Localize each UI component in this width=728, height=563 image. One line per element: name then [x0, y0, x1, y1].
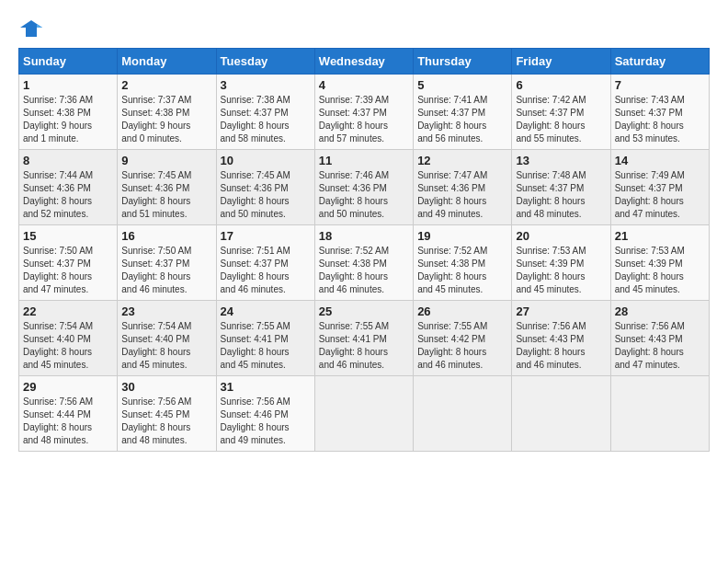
day-number: 25 [319, 304, 409, 318]
page-header [18, 18, 710, 39]
day-info: Sunrise: 7:55 AM Sunset: 4:42 PM Dayligh… [417, 320, 507, 372]
day-number: 7 [615, 78, 705, 92]
day-info: Sunrise: 7:38 AM Sunset: 4:37 PM Dayligh… [221, 94, 311, 145]
calendar-cell: 6Sunrise: 7:42 AM Sunset: 4:37 PM Daylig… [512, 75, 610, 150]
calendar-cell: 19Sunrise: 7:52 AM Sunset: 4:38 PM Dayli… [414, 225, 512, 301]
day-info: Sunrise: 7:52 AM Sunset: 4:38 PM Dayligh… [417, 245, 507, 296]
day-number: 14 [615, 154, 705, 167]
day-info: Sunrise: 7:42 AM Sunset: 4:37 PM Dayligh… [516, 94, 606, 145]
day-info: Sunrise: 7:55 AM Sunset: 4:41 PM Dayligh… [319, 320, 409, 372]
svg-marker-0 [20, 20, 42, 37]
day-number: 19 [417, 229, 507, 243]
day-number: 29 [23, 380, 113, 394]
day-info: Sunrise: 7:54 AM Sunset: 4:40 PM Dayligh… [23, 320, 113, 372]
day-info: Sunrise: 7:56 AM Sunset: 4:45 PM Dayligh… [121, 396, 211, 447]
day-info: Sunrise: 7:53 AM Sunset: 4:39 PM Dayligh… [615, 245, 705, 296]
day-info: Sunrise: 7:55 AM Sunset: 4:41 PM Dayligh… [221, 320, 311, 372]
calendar-cell: 20Sunrise: 7:53 AM Sunset: 4:39 PM Dayli… [512, 225, 610, 301]
day-number: 31 [221, 380, 311, 394]
day-number: 24 [221, 304, 311, 318]
day-number: 12 [417, 154, 507, 167]
calendar-header: SundayMondayTuesdayWednesdayThursdayFrid… [19, 49, 710, 75]
calendar-cell: 12Sunrise: 7:47 AM Sunset: 4:36 PM Dayli… [414, 150, 512, 225]
calendar-header-cell: Monday [118, 49, 216, 75]
day-number: 5 [417, 78, 507, 92]
calendar-cell: 13Sunrise: 7:48 AM Sunset: 4:37 PM Dayli… [512, 150, 610, 225]
calendar-cell [610, 376, 709, 452]
calendar-cell: 3Sunrise: 7:38 AM Sunset: 4:37 PM Daylig… [216, 75, 314, 150]
day-info: Sunrise: 7:56 AM Sunset: 4:43 PM Dayligh… [516, 320, 606, 372]
calendar-week-row: 29Sunrise: 7:56 AM Sunset: 4:44 PM Dayli… [19, 376, 710, 452]
day-number: 16 [121, 229, 211, 243]
day-info: Sunrise: 7:54 AM Sunset: 4:40 PM Dayligh… [121, 320, 211, 372]
day-info: Sunrise: 7:56 AM Sunset: 4:43 PM Dayligh… [615, 320, 705, 372]
calendar-header-cell: Wednesday [314, 49, 413, 75]
calendar-week-row: 15Sunrise: 7:50 AM Sunset: 4:37 PM Dayli… [19, 225, 710, 301]
calendar-header-cell: Friday [512, 49, 610, 75]
day-info: Sunrise: 7:43 AM Sunset: 4:37 PM Dayligh… [615, 94, 705, 145]
day-info: Sunrise: 7:53 AM Sunset: 4:39 PM Dayligh… [516, 245, 606, 296]
day-info: Sunrise: 7:36 AM Sunset: 4:38 PM Dayligh… [23, 94, 113, 145]
day-number: 27 [516, 304, 606, 318]
calendar-cell: 22Sunrise: 7:54 AM Sunset: 4:40 PM Dayli… [19, 301, 118, 376]
day-number: 20 [516, 229, 606, 243]
day-number: 26 [417, 304, 507, 318]
day-info: Sunrise: 7:46 AM Sunset: 4:36 PM Dayligh… [319, 169, 409, 221]
calendar-cell: 23Sunrise: 7:54 AM Sunset: 4:40 PM Dayli… [118, 301, 216, 376]
day-number: 8 [23, 154, 113, 167]
calendar-week-row: 1Sunrise: 7:36 AM Sunset: 4:38 PM Daylig… [19, 75, 710, 150]
day-info: Sunrise: 7:52 AM Sunset: 4:38 PM Dayligh… [319, 245, 409, 296]
day-info: Sunrise: 7:56 AM Sunset: 4:46 PM Dayligh… [221, 396, 311, 447]
day-number: 28 [615, 304, 705, 318]
calendar-cell: 7Sunrise: 7:43 AM Sunset: 4:37 PM Daylig… [610, 75, 709, 150]
calendar-cell [512, 376, 610, 452]
day-number: 17 [221, 229, 311, 243]
logo [18, 18, 48, 39]
calendar-cell: 14Sunrise: 7:49 AM Sunset: 4:37 PM Dayli… [610, 150, 709, 225]
day-info: Sunrise: 7:50 AM Sunset: 4:37 PM Dayligh… [23, 245, 113, 296]
day-number: 11 [319, 154, 409, 167]
day-info: Sunrise: 7:44 AM Sunset: 4:36 PM Dayligh… [23, 169, 113, 221]
calendar-week-row: 8Sunrise: 7:44 AM Sunset: 4:36 PM Daylig… [19, 150, 710, 225]
calendar-cell: 4Sunrise: 7:39 AM Sunset: 4:37 PM Daylig… [314, 75, 413, 150]
calendar-cell [414, 376, 512, 452]
calendar-cell: 15Sunrise: 7:50 AM Sunset: 4:37 PM Dayli… [19, 225, 118, 301]
day-info: Sunrise: 7:56 AM Sunset: 4:44 PM Dayligh… [23, 396, 113, 447]
calendar-cell: 9Sunrise: 7:45 AM Sunset: 4:36 PM Daylig… [118, 150, 216, 225]
calendar-body: 1Sunrise: 7:36 AM Sunset: 4:38 PM Daylig… [19, 75, 710, 452]
calendar-cell: 10Sunrise: 7:45 AM Sunset: 4:36 PM Dayli… [216, 150, 314, 225]
day-info: Sunrise: 7:45 AM Sunset: 4:36 PM Dayligh… [121, 169, 211, 221]
calendar-cell: 31Sunrise: 7:56 AM Sunset: 4:46 PM Dayli… [216, 376, 314, 452]
calendar-cell: 2Sunrise: 7:37 AM Sunset: 4:38 PM Daylig… [118, 75, 216, 150]
day-number: 2 [121, 78, 211, 92]
day-info: Sunrise: 7:47 AM Sunset: 4:36 PM Dayligh… [417, 169, 507, 221]
calendar-header-cell: Thursday [414, 49, 512, 75]
calendar-week-row: 22Sunrise: 7:54 AM Sunset: 4:40 PM Dayli… [19, 301, 710, 376]
calendar-cell: 5Sunrise: 7:41 AM Sunset: 4:37 PM Daylig… [414, 75, 512, 150]
day-number: 18 [319, 229, 409, 243]
calendar-cell: 8Sunrise: 7:44 AM Sunset: 4:36 PM Daylig… [19, 150, 118, 225]
calendar-cell [314, 376, 413, 452]
day-number: 22 [23, 304, 113, 318]
calendar-cell: 17Sunrise: 7:51 AM Sunset: 4:37 PM Dayli… [216, 225, 314, 301]
day-number: 10 [221, 154, 311, 167]
calendar-cell: 25Sunrise: 7:55 AM Sunset: 4:41 PM Dayli… [314, 301, 413, 376]
day-number: 1 [23, 78, 113, 92]
day-number: 6 [516, 78, 606, 92]
day-number: 13 [516, 154, 606, 167]
calendar-table: SundayMondayTuesdayWednesdayThursdayFrid… [18, 48, 710, 452]
calendar-header-cell: Tuesday [216, 49, 314, 75]
day-number: 3 [221, 78, 311, 92]
day-info: Sunrise: 7:45 AM Sunset: 4:36 PM Dayligh… [221, 169, 311, 221]
calendar-header-cell: Sunday [19, 49, 118, 75]
day-info: Sunrise: 7:50 AM Sunset: 4:37 PM Dayligh… [121, 245, 211, 296]
day-number: 4 [319, 78, 409, 92]
day-number: 15 [23, 229, 113, 243]
calendar-cell: 11Sunrise: 7:46 AM Sunset: 4:36 PM Dayli… [314, 150, 413, 225]
day-info: Sunrise: 7:41 AM Sunset: 4:37 PM Dayligh… [417, 94, 507, 145]
logo-icon [18, 18, 44, 39]
day-number: 9 [121, 154, 211, 167]
calendar-header-cell: Saturday [610, 49, 709, 75]
calendar-cell: 24Sunrise: 7:55 AM Sunset: 4:41 PM Dayli… [216, 301, 314, 376]
day-number: 23 [121, 304, 211, 318]
